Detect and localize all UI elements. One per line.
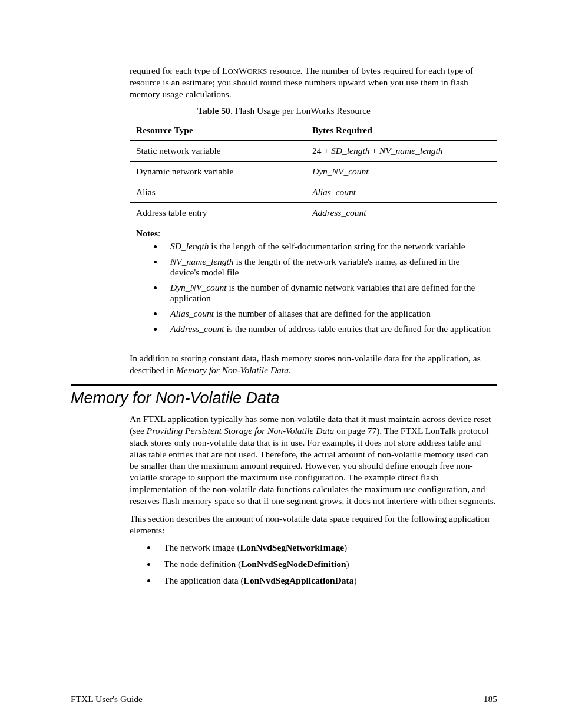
table-caption: Table 50. Flash Usage per LonWorks Resou… <box>130 106 438 116</box>
cell: Alias <box>130 182 306 203</box>
table-row: Alias Alias_count <box>130 182 497 203</box>
col-header-resource: Resource Type <box>130 120 306 141</box>
list-item: Address_count is the number of address t… <box>163 324 491 334</box>
intro-paragraph: required for each type of LONWORKS resou… <box>130 65 497 100</box>
table-row: Address table entry Address_count <box>130 203 497 223</box>
list-item: Alias_count is the number of aliases tha… <box>163 308 491 319</box>
section-heading: Memory for Non-Volatile Data <box>71 384 497 407</box>
nv-paragraph-1: An FTXL application typically has some n… <box>130 413 497 587</box>
cell: Alias_count <box>306 182 497 203</box>
list-item: The node definition (LonNvdSegNodeDefini… <box>157 558 497 570</box>
addition-text: In addition to storing constant data, fl… <box>130 353 497 376</box>
addition-paragraph: In addition to storing constant data, fl… <box>130 353 497 376</box>
list-item: The network image (LonNvdSegNetworkImage… <box>157 542 497 554</box>
cell: Static network variable <box>130 141 306 162</box>
nv-list: The network image (LonNvdSegNetworkImage… <box>130 542 497 586</box>
list-item: NV_name_length is the length of the netw… <box>163 256 491 278</box>
page-number: 185 <box>484 694 497 704</box>
list-item: Dyn_NV_count is the number of dynamic ne… <box>163 282 491 304</box>
cell: Dynamic network variable <box>130 162 306 182</box>
cell: 24 + SD_length + NV_name_length <box>306 141 497 162</box>
notes-box: Notes: SD_length is the length of the se… <box>130 223 497 345</box>
nv-text-1: An FTXL application typically has some n… <box>130 413 497 507</box>
notes-label: Notes <box>136 228 158 238</box>
page: required for each type of LONWORKS resou… <box>0 0 562 728</box>
cell: Address_count <box>306 203 497 223</box>
page-footer: FTXL User's Guide 185 <box>71 694 497 704</box>
list-item: SD_length is the length of the self-docu… <box>163 241 491 252</box>
table-row: Static network variable 24 + SD_length +… <box>130 141 497 162</box>
list-item: The application data (LonNvdSegApplicati… <box>157 575 497 587</box>
table-row: Dynamic network variable Dyn_NV_count <box>130 162 497 182</box>
col-header-bytes: Bytes Required <box>306 120 497 141</box>
intro-text: required for each type of LONWORKS resou… <box>130 65 497 100</box>
cell: Address table entry <box>130 203 306 223</box>
notes-list: SD_length is the length of the self-docu… <box>136 241 491 334</box>
resource-table: Resource Type Bytes Required Static netw… <box>130 120 497 223</box>
table-header-row: Resource Type Bytes Required <box>130 120 497 141</box>
cell: Dyn_NV_count <box>306 162 497 182</box>
nv-text-2: This section describes the amount of non… <box>130 513 497 536</box>
footer-left: FTXL User's Guide <box>71 694 143 704</box>
